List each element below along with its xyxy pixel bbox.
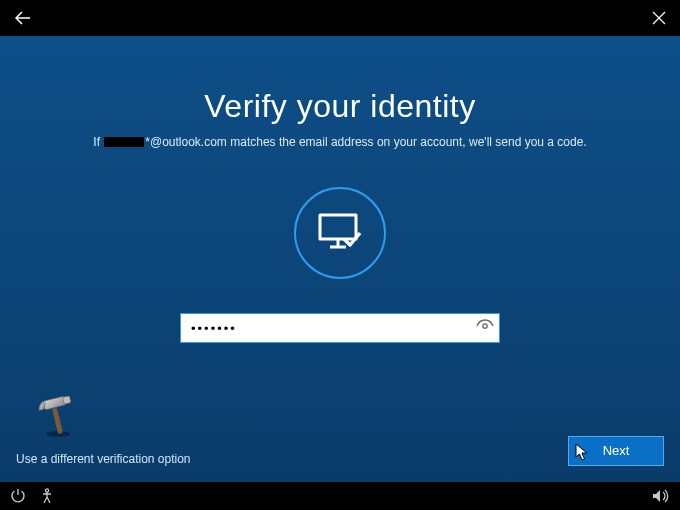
email-domain: *@outlook.com (145, 135, 227, 149)
back-button[interactable] (14, 9, 32, 27)
power-icon[interactable] (10, 488, 26, 504)
title-bar (0, 0, 680, 36)
svg-point-1 (483, 324, 487, 328)
subtitle-prefix: If (93, 135, 103, 149)
close-button[interactable] (652, 11, 666, 25)
cursor-icon (575, 443, 589, 461)
verify-input[interactable] (180, 313, 500, 343)
volume-icon[interactable] (652, 488, 670, 504)
status-right (652, 488, 670, 504)
next-button-label: Next (603, 443, 630, 458)
accessibility-icon[interactable] (40, 488, 54, 504)
svg-rect-5 (63, 396, 71, 404)
redacted-email-local (104, 137, 144, 147)
input-wrap (180, 313, 500, 343)
svg-rect-0 (320, 215, 356, 239)
alt-verification-link[interactable]: Use a different verification option (16, 452, 191, 466)
svg-rect-3 (52, 408, 63, 434)
page-title: Verify your identity (204, 88, 475, 125)
monitor-check-icon (316, 211, 364, 255)
password-reveal-icon[interactable] (476, 319, 494, 337)
next-button[interactable]: Next (568, 436, 664, 466)
status-bar (0, 482, 680, 510)
hammer-icon (36, 394, 80, 442)
page-subtitle: If *@outlook.com matches the email addre… (93, 135, 586, 149)
subtitle-suffix: matches the email address on your accoun… (227, 135, 587, 149)
svg-point-6 (45, 489, 48, 492)
content-panel: Verify your identity If *@outlook.com ma… (0, 36, 680, 482)
hero-circle (294, 187, 386, 279)
hero-icon-wrap (294, 187, 386, 279)
status-left (10, 488, 54, 504)
